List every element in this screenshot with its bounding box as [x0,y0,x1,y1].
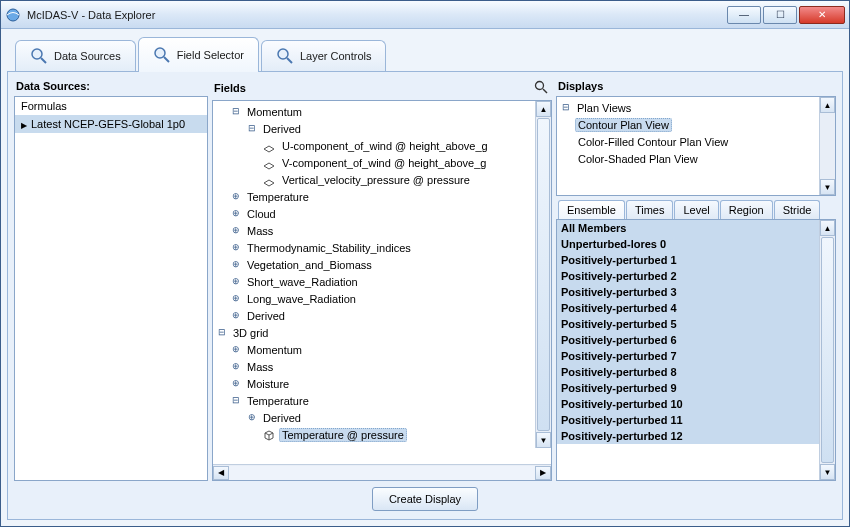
field-thermo[interactable]: ⊕Thermodynamic_Stability_indices [217,239,533,256]
expand-icon[interactable]: ⊕ [231,345,240,354]
field-derived-3[interactable]: ⊕Derived [217,409,533,426]
expand-icon[interactable]: ⊕ [231,260,240,269]
expand-icon[interactable]: ⊕ [231,192,240,201]
tab-data-sources[interactable]: Data Sources [15,40,136,71]
layer-icon [263,142,275,150]
member-item[interactable]: Positively-perturbed 12 [557,428,819,444]
collapse-icon[interactable]: ⊟ [231,107,240,116]
member-item[interactable]: Positively-perturbed 4 [557,300,819,316]
subtab-level[interactable]: Level [674,200,718,219]
field-temp-at-pressure[interactable]: Temperature @ pressure [217,426,533,443]
ensemble-members-list[interactable]: All Members Unperturbed-lores 0 Positive… [556,219,836,481]
field-vegetation[interactable]: ⊕Vegetation_and_Biomass [217,256,533,273]
subtab-ensemble[interactable]: Ensemble [558,200,625,219]
magnifier-icon [30,47,48,65]
member-item[interactable]: Unperturbed-lores 0 [557,236,819,252]
scroll-down-icon[interactable]: ▼ [536,432,551,448]
field-derived[interactable]: ⊟Derived [217,120,533,137]
displays-tree[interactable]: ⊟Plan Views Contour Plan View Color-Fill… [556,96,836,196]
scroll-thumb[interactable] [537,118,550,431]
scroll-left-icon[interactable]: ◀ [213,466,229,480]
collapse-icon[interactable]: ⊟ [231,396,240,405]
field-mass-2[interactable]: ⊕Mass [217,358,533,375]
fields-horizontal-scrollbar[interactable]: ◀ ▶ [213,464,551,480]
subtab-times[interactable]: Times [626,200,674,219]
field-cloud[interactable]: ⊕Cloud [217,205,533,222]
maximize-button[interactable]: ☐ [763,6,797,24]
field-short-wave[interactable]: ⊕Short_wave_Radiation [217,273,533,290]
member-item[interactable]: Positively-perturbed 6 [557,332,819,348]
main-tabstrip: Data Sources Field Selector Layer Contro… [7,35,843,71]
scroll-down-icon[interactable]: ▼ [820,179,835,195]
tab-field-selector[interactable]: Field Selector [138,37,259,72]
expand-icon[interactable]: ⊕ [231,243,240,252]
create-display-button[interactable]: Create Display [372,487,478,511]
svg-point-0 [7,9,19,21]
fields-vertical-scrollbar[interactable]: ▲ ▼ [535,101,551,448]
member-item[interactable]: Positively-perturbed 1 [557,252,819,268]
field-momentum-2[interactable]: ⊕Momentum [217,341,533,358]
fields-tree[interactable]: ⊟Momentum ⊟Derived U-component_of_wind @… [212,100,552,481]
search-icon[interactable] [534,80,548,96]
members-vertical-scrollbar[interactable]: ▲ ▼ [819,220,835,480]
field-long-wave[interactable]: ⊕Long_wave_Radiation [217,290,533,307]
collapse-icon[interactable]: ⊟ [561,103,570,112]
field-temperature[interactable]: ⊕Temperature [217,188,533,205]
expand-icon[interactable]: ⊕ [231,362,240,371]
field-3d-grid[interactable]: ⊟3D grid [217,324,533,341]
svg-point-7 [536,82,544,90]
displays-vertical-scrollbar[interactable]: ▲ ▼ [819,97,835,195]
collapse-icon[interactable]: ⊟ [247,124,256,133]
scroll-up-icon[interactable]: ▲ [820,220,835,236]
field-mass[interactable]: ⊕Mass [217,222,533,239]
scroll-up-icon[interactable]: ▲ [536,101,551,117]
tab-label: Field Selector [177,49,244,61]
field-vert-vel[interactable]: Vertical_velocity_pressure @ pressure [217,171,533,188]
member-item[interactable]: Positively-perturbed 7 [557,348,819,364]
field-u-wind[interactable]: U-component_of_wind @ height_above_g [217,137,533,154]
fields-header: Fields [214,82,246,94]
subtab-stride[interactable]: Stride [774,200,821,219]
display-color-shaded[interactable]: Color-Shaded Plan View [561,150,815,167]
subtab-region[interactable]: Region [720,200,773,219]
scroll-down-icon[interactable]: ▼ [820,464,835,480]
expand-icon[interactable]: ⊕ [231,379,240,388]
member-item[interactable]: Positively-perturbed 2 [557,268,819,284]
expand-icon[interactable]: ⊕ [231,294,240,303]
member-item[interactable]: All Members [557,220,819,236]
display-color-filled[interactable]: Color-Filled Contour Plan View [561,133,815,150]
expand-icon[interactable]: ⊕ [231,311,240,320]
data-source-latest-ncep[interactable]: Latest NCEP-GEFS-Global 1p0 [15,115,207,133]
field-moisture-2[interactable]: ⊕Moisture [217,375,533,392]
titlebar[interactable]: McIDAS-V - Data Explorer — ☐ ✕ [1,1,849,29]
member-item[interactable]: Positively-perturbed 3 [557,284,819,300]
member-item[interactable]: Positively-perturbed 5 [557,316,819,332]
magnifier-icon [153,46,171,64]
member-item[interactable]: Positively-perturbed 9 [557,380,819,396]
scroll-thumb[interactable] [821,237,834,463]
display-plan-views[interactable]: ⊟Plan Views [561,99,815,116]
tab-layer-controls[interactable]: Layer Controls [261,40,387,71]
minimize-button[interactable]: — [727,6,761,24]
collapse-icon[interactable]: ⊟ [217,328,226,337]
close-button[interactable]: ✕ [799,6,845,24]
scroll-up-icon[interactable]: ▲ [820,97,835,113]
svg-line-4 [164,57,169,62]
expand-icon[interactable]: ⊕ [231,209,240,218]
field-momentum[interactable]: ⊟Momentum [217,103,533,120]
field-temperature-2[interactable]: ⊟Temperature [217,392,533,409]
display-contour-plan-view[interactable]: Contour Plan View [561,116,815,133]
scroll-right-icon[interactable]: ▶ [535,466,551,480]
field-derived-2[interactable]: ⊕Derived [217,307,533,324]
expand-icon[interactable]: ⊕ [247,413,256,422]
expand-icon[interactable]: ⊕ [231,277,240,286]
data-source-formulas[interactable]: Formulas [15,97,207,115]
expand-icon[interactable]: ⊕ [231,226,240,235]
layer-icon [263,159,275,167]
data-sources-list[interactable]: Formulas Latest NCEP-GEFS-Global 1p0 [14,96,208,481]
member-item[interactable]: Positively-perturbed 11 [557,412,819,428]
svg-point-1 [32,49,42,59]
field-v-wind[interactable]: V-component_of_wind @ height_above_g [217,154,533,171]
member-item[interactable]: Positively-perturbed 8 [557,364,819,380]
member-item[interactable]: Positively-perturbed 10 [557,396,819,412]
